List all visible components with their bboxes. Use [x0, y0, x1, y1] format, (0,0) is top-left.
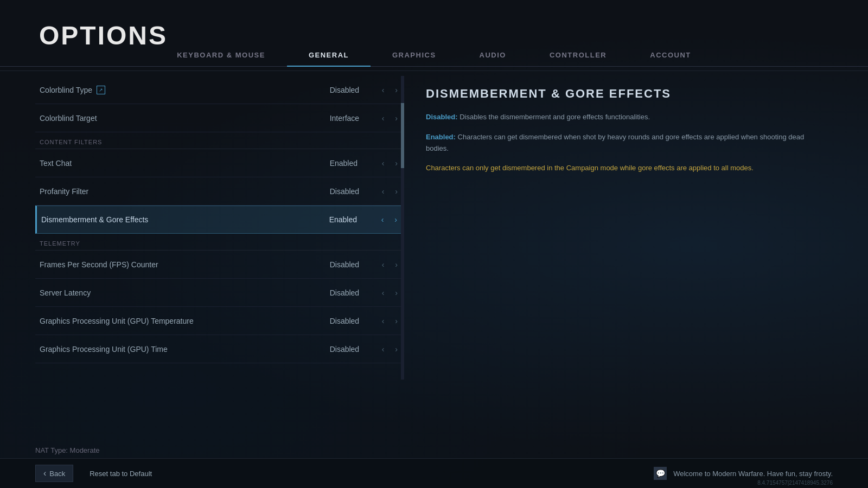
setting-name-server-latency: Server Latency	[40, 288, 330, 297]
section-label-telemetry: Telemetry	[35, 234, 404, 251]
bottom-bar: ‹ Back Reset tab to Default 💬 Welcome to…	[0, 458, 868, 488]
tab-account[interactable]: ACCOUNT	[628, 44, 713, 67]
bottom-right: 💬 Welcome to Modern Warfare. Have fun, s…	[654, 467, 833, 480]
settings-scroll: Colorblind Type ↗ Disabled ‹ › Colorblin…	[35, 76, 404, 380]
setting-name-profanity-filter: Profanity Filter	[40, 187, 330, 196]
nat-type: NAT Type: Moderate	[35, 446, 100, 454]
welcome-message: Welcome to Modern Warfare. Have fun, sta…	[673, 470, 833, 478]
top-divider	[0, 70, 868, 71]
arrow-left-gpu-temp[interactable]: ‹	[380, 314, 387, 328]
setting-value-gpu-time: Disabled ‹ ›	[330, 343, 400, 356]
arrow-left-text-chat[interactable]: ‹	[380, 157, 387, 170]
back-button[interactable]: ‹ Back	[35, 465, 73, 482]
disabled-description: Disables the dismemberment and gore effe…	[459, 113, 650, 121]
settings-panel: Colorblind Type ↗ Disabled ‹ › Colorblin…	[35, 76, 404, 455]
setting-value-profanity-filter: Disabled ‹ ›	[330, 185, 400, 198]
tab-graphics[interactable]: GRAPHICS	[371, 44, 458, 67]
arrow-right-fps[interactable]: ›	[393, 258, 400, 271]
setting-name-gpu-temp: Graphics Processing Unit (GPU) Temperatu…	[40, 317, 330, 325]
tab-general[interactable]: GENERAL	[287, 44, 371, 67]
arrow-right-text-chat[interactable]: ›	[393, 157, 400, 170]
setting-row-colorblind-type[interactable]: Colorblind Type ↗ Disabled ‹ ›	[35, 76, 404, 104]
arrow-left-gpu-time[interactable]: ‹	[380, 343, 387, 356]
info-enabled-text: Enabled: Characters can get dismembered …	[426, 132, 811, 155]
bottom-left: ‹ Back Reset tab to Default	[35, 465, 159, 482]
arrow-left-colorblind-type[interactable]: ‹	[380, 84, 387, 97]
tab-controller[interactable]: CONTROLLER	[528, 44, 628, 67]
arrow-left-fps[interactable]: ‹	[380, 258, 387, 271]
arrow-left-profanity[interactable]: ‹	[380, 185, 387, 198]
setting-name-fps-counter: Frames Per Second (FPS) Counter	[40, 260, 330, 269]
tab-audio[interactable]: AUDIO	[458, 44, 528, 67]
arrow-right-latency[interactable]: ›	[393, 286, 400, 299]
arrow-right-profanity[interactable]: ›	[393, 185, 400, 198]
enabled-description: Characters can get dismembered when shot…	[426, 133, 804, 152]
arrow-right-gpu-temp[interactable]: ›	[393, 314, 400, 328]
setting-name-text-chat: Text Chat	[40, 159, 330, 168]
info-disabled-text: Disabled: Disables the dismemberment and…	[426, 112, 811, 123]
arrow-right-gpu-time[interactable]: ›	[393, 343, 400, 356]
main-content: Colorblind Type ↗ Disabled ‹ › Colorblin…	[35, 76, 833, 455]
setting-row-gpu-time[interactable]: Graphics Processing Unit (GPU) Time Disa…	[35, 335, 404, 363]
setting-value-text-chat: Enabled ‹ ›	[330, 157, 400, 170]
version-text: 8.4.7154757|2147418945.3276	[757, 480, 833, 486]
setting-name-gore-effects: Dismemberment & Gore Effects	[41, 215, 329, 224]
info-warning: Characters can only get dismembered in t…	[426, 163, 811, 174]
setting-value-server-latency: Disabled ‹ ›	[330, 286, 400, 299]
setting-value-colorblind-target: Interface ‹ ›	[330, 112, 400, 125]
setting-value-fps-counter: Disabled ‹ ›	[330, 258, 400, 271]
scroll-thumb[interactable]	[401, 103, 404, 168]
arrow-left-colorblind-target[interactable]: ‹	[380, 112, 387, 125]
setting-row-colorblind-target[interactable]: Colorblind Target Interface ‹ ›	[35, 104, 404, 132]
back-label: Back	[49, 470, 65, 478]
arrow-right-colorblind-target[interactable]: ›	[393, 112, 400, 125]
chat-icon: 💬	[654, 467, 667, 480]
setting-name-colorblind-target: Colorblind Target	[40, 114, 330, 123]
disabled-label: Disabled:	[426, 113, 458, 121]
setting-row-gpu-temp[interactable]: Graphics Processing Unit (GPU) Temperatu…	[35, 307, 404, 335]
arrow-left-latency[interactable]: ‹	[380, 286, 387, 299]
setting-value-gpu-temp: Disabled ‹ ›	[330, 314, 400, 328]
setting-row-server-latency[interactable]: Server Latency Disabled ‹ ›	[35, 279, 404, 307]
setting-row-text-chat[interactable]: Text Chat Enabled ‹ ›	[35, 149, 404, 177]
info-panel: DISMEMBERMENT & GORE EFFECTS Disabled: D…	[404, 76, 833, 455]
scroll-track[interactable]	[401, 76, 404, 380]
enabled-label: Enabled:	[426, 133, 456, 141]
tab-keyboard[interactable]: KEYBOARD & MOUSE	[155, 44, 287, 67]
section-label-content-filters: Content Filters	[35, 132, 404, 149]
setting-value-colorblind-type: Disabled ‹ ›	[330, 84, 400, 97]
setting-name-colorblind-type: Colorblind Type ↗	[40, 86, 330, 94]
arrow-right-colorblind-type[interactable]: ›	[393, 84, 400, 97]
tabs-bar: KEYBOARD & MOUSE GENERAL GRAPHICS AUDIO …	[0, 44, 868, 67]
setting-name-gpu-time: Graphics Processing Unit (GPU) Time	[40, 345, 330, 354]
setting-row-profanity-filter[interactable]: Profanity Filter Disabled ‹ ›	[35, 177, 404, 206]
arrow-right-gore[interactable]: ›	[392, 213, 399, 226]
back-arrow-icon: ‹	[43, 468, 46, 478]
setting-row-fps-counter[interactable]: Frames Per Second (FPS) Counter Disabled…	[35, 251, 404, 279]
info-title: DISMEMBERMENT & GORE EFFECTS	[426, 87, 811, 101]
reset-button[interactable]: Reset tab to Default	[82, 466, 159, 481]
setting-row-gore-effects[interactable]: Dismemberment & Gore Effects Enabled ‹ ›	[35, 206, 404, 234]
external-link-icon: ↗	[97, 86, 105, 94]
arrow-left-gore[interactable]: ‹	[379, 213, 386, 226]
setting-value-gore-effects: Enabled ‹ ›	[329, 213, 399, 226]
